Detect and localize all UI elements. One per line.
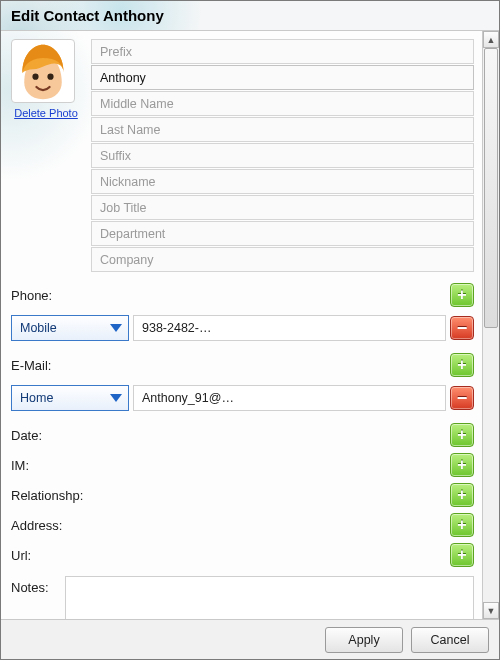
email-value-input[interactable]: [133, 385, 446, 411]
dialog-footer: Apply Cancel: [1, 619, 499, 659]
cancel-button[interactable]: Cancel: [411, 627, 489, 653]
address-label: Address:: [11, 518, 89, 533]
nickname-field[interactable]: [91, 169, 474, 194]
section-phone: Phone: +: [11, 282, 474, 308]
delete-photo-link[interactable]: Delete Photo: [11, 107, 81, 119]
scroll-up-button[interactable]: ▲: [483, 31, 499, 48]
company-field[interactable]: [91, 247, 474, 272]
minus-icon: −: [457, 323, 468, 334]
last-name-field[interactable]: [91, 117, 474, 142]
plus-icon: +: [457, 427, 466, 443]
add-url-button[interactable]: +: [450, 543, 474, 567]
prefix-field[interactable]: [91, 39, 474, 64]
remove-phone-button[interactable]: −: [450, 316, 474, 340]
scroll-down-button[interactable]: ▼: [483, 602, 499, 619]
phone-label: Phone:: [11, 288, 89, 303]
add-relationship-button[interactable]: +: [450, 483, 474, 507]
photo-column: Delete Photo: [11, 39, 81, 272]
chevron-down-icon: [110, 394, 122, 402]
svg-point-2: [47, 74, 53, 80]
scroll-content: Delete Photo Phone:: [1, 31, 482, 619]
remove-email-button[interactable]: −: [450, 386, 474, 410]
avatar-image: [13, 41, 73, 101]
apply-button[interactable]: Apply: [325, 627, 403, 653]
first-name-field[interactable]: [91, 65, 474, 90]
section-date: Date: +: [11, 422, 474, 448]
phone-value-input[interactable]: [133, 315, 446, 341]
section-relationship: Relationshp: +: [11, 482, 474, 508]
email-entry: Home −: [11, 384, 474, 412]
phone-type-value: Mobile: [20, 321, 57, 335]
dialog-title: Edit Contact Anthony: [1, 1, 499, 31]
dialog-body: Delete Photo Phone:: [1, 31, 499, 619]
relationship-label: Relationshp:: [11, 488, 89, 503]
contact-avatar[interactable]: [11, 39, 75, 103]
detail-sections: Phone: + Mobile − E-Mail: +: [11, 282, 474, 619]
add-date-button[interactable]: +: [450, 423, 474, 447]
date-label: Date:: [11, 428, 89, 443]
name-fields: [91, 39, 474, 272]
phone-type-select[interactable]: Mobile: [11, 315, 129, 341]
plus-icon: +: [457, 487, 466, 503]
section-im: IM: +: [11, 452, 474, 478]
phone-entry: Mobile −: [11, 314, 474, 342]
middle-name-field[interactable]: [91, 91, 474, 116]
job-title-field[interactable]: [91, 195, 474, 220]
notes-label: Notes:: [11, 576, 59, 619]
add-address-button[interactable]: +: [450, 513, 474, 537]
notes-textarea[interactable]: [65, 576, 474, 619]
scroll-thumb[interactable]: [484, 48, 498, 328]
plus-icon: +: [457, 547, 466, 563]
svg-point-1: [32, 74, 38, 80]
scroll-track[interactable]: [483, 48, 499, 602]
identity-block: Delete Photo: [11, 39, 474, 272]
url-label: Url:: [11, 548, 89, 563]
section-url: Url: +: [11, 542, 474, 568]
vertical-scrollbar[interactable]: ▲ ▼: [482, 31, 499, 619]
suffix-field[interactable]: [91, 143, 474, 168]
add-im-button[interactable]: +: [450, 453, 474, 477]
chevron-down-icon: [110, 324, 122, 332]
email-type-select[interactable]: Home: [11, 385, 129, 411]
plus-icon: +: [457, 457, 466, 473]
section-notes: Notes:: [11, 576, 474, 619]
section-address: Address: +: [11, 512, 474, 538]
email-label: E-Mail:: [11, 358, 89, 373]
add-email-button[interactable]: +: [450, 353, 474, 377]
plus-icon: +: [457, 517, 466, 533]
section-email: E-Mail: +: [11, 352, 474, 378]
edit-contact-dialog: Edit Contact Anthony: [0, 0, 500, 660]
department-field[interactable]: [91, 221, 474, 246]
minus-icon: −: [457, 393, 468, 404]
add-phone-button[interactable]: +: [450, 283, 474, 307]
email-type-value: Home: [20, 391, 53, 405]
plus-icon: +: [457, 287, 466, 303]
im-label: IM:: [11, 458, 89, 473]
plus-icon: +: [457, 357, 466, 373]
